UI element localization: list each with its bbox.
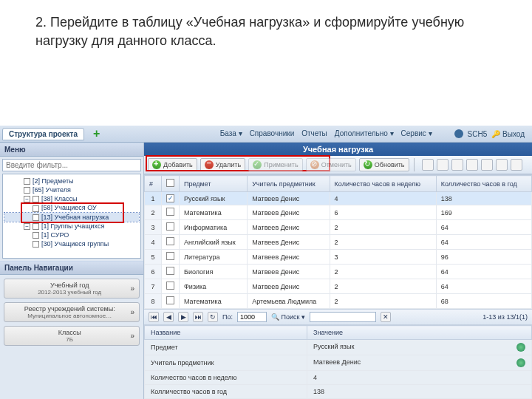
cell-subject[interactable]: Физика [180,279,248,294]
tool-icon-4[interactable] [466,159,478,171]
tree-node-suro[interactable]: [1] СУРО [4,231,139,239]
table-row[interactable]: 4Английский языкМатвеев Денис264 [145,235,532,250]
cell-hours-week[interactable]: 3 [330,250,436,265]
row-checkbox[interactable] [162,220,180,235]
cell-subject[interactable]: Биология [180,265,248,279]
cell-teacher[interactable]: Матвеев Денис [248,279,330,294]
detail-val[interactable]: 4 [307,371,532,385]
apply-button[interactable]: Применить [248,158,303,171]
tool-icon-1[interactable] [422,159,434,171]
cell-teacher[interactable]: Матвеев Денис [248,265,330,279]
tool-icon-5[interactable] [481,159,493,171]
refresh-button[interactable]: Обновить [359,158,409,171]
col-hours-year[interactable]: Колличество часов в год [436,176,531,192]
cell-hours-week[interactable]: 2 [330,294,436,309]
cell-hours-year[interactable]: 64 [436,265,531,279]
table-row[interactable]: 6БиологияМатвеев Денис264 [145,265,532,279]
table-row[interactable]: 5ЛитератураМатвеев Денис396 [145,250,532,265]
table-row[interactable]: 1Русский языкМатвеев Денис4138 [145,192,532,205]
tree-node-groups[interactable]: −[1] Группы учащихся [4,222,139,231]
tool-icon-3[interactable] [451,159,463,171]
nav-registry[interactable]: Реестр учреждений системы:Муниципальное … [4,302,140,322]
tree-filter-input[interactable] [2,159,141,171]
detail-val[interactable]: Русский язык [307,340,532,355]
cell-subject[interactable]: Английский язык [180,235,248,250]
pager-last[interactable]: ⏭ [193,312,203,322]
table-row[interactable]: 3ИнформатикаМатвеев Денис264 [145,220,532,235]
tree-node-subjects[interactable]: [2] Предметы [4,177,139,185]
menu-directories[interactable]: Справочники [250,129,295,138]
tree-node-classes[interactable]: −[38] Классы [4,194,139,203]
cell-hours-week[interactable]: 2 [330,279,436,294]
cell-teacher[interactable]: Матвеев Денис [248,235,330,250]
detail-val[interactable]: Матвеев Денис [307,355,532,371]
pager-first[interactable]: ⏮ [149,312,159,322]
cell-teacher[interactable]: Артемьева Людмила [248,294,330,309]
row-checkbox[interactable] [162,235,180,250]
menu-base[interactable]: База ▾ [220,129,242,138]
cancel-button[interactable]: Отменить [306,158,356,171]
pager-search[interactable]: 🔍 Поиск ▾ [271,313,305,321]
cell-hours-week[interactable]: 2 [330,235,436,250]
cell-hours-year[interactable]: 68 [436,294,531,309]
cell-teacher[interactable]: Матвеев Денис [248,250,330,265]
cell-subject[interactable]: Информатика [180,220,248,235]
project-tree[interactable]: [2] Предметы [65] Учителя −[38] Классы [… [2,174,141,259]
pager-prev[interactable]: ◀ [163,312,174,322]
cell-hours-year[interactable]: 138 [436,192,531,205]
detail-col-name[interactable]: Название [145,326,307,340]
delete-button[interactable]: Удалить [200,158,245,171]
tree-node-workload[interactable]: [13] Учебная нагрузка [4,213,139,222]
detail-col-value[interactable]: Значение [307,326,532,340]
nav-school-year[interactable]: Учебный год2012-2013 учебный год» [4,279,140,299]
cell-hours-week[interactable]: 2 [330,220,436,235]
col-checkbox[interactable] [162,176,180,192]
pager-clear[interactable]: ✕ [381,312,391,322]
col-subject[interactable]: Предмет [180,176,248,192]
table-row[interactable]: 8МатематикаАртемьева Людмила268 [145,294,532,309]
cell-teacher[interactable]: Матвеев Денис [248,192,330,205]
workload-grid[interactable]: # Предмет Учитель предметник Количество … [144,174,532,309]
cell-hours-week[interactable]: 2 [330,265,436,279]
globe-icon[interactable] [516,343,525,352]
add-tab-button[interactable]: + [89,127,104,140]
row-checkbox[interactable] [162,279,180,294]
row-checkbox[interactable] [162,250,180,265]
cell-teacher[interactable]: Матвеев Денис [248,205,330,220]
nav-class[interactable]: Классы7Б» [4,326,140,346]
pager-size-input[interactable] [237,312,267,322]
cell-hours-year[interactable]: 64 [436,220,531,235]
add-button[interactable]: Добавить [148,158,197,171]
tool-icon-7[interactable] [511,159,522,171]
row-checkbox[interactable] [162,192,180,205]
row-checkbox[interactable] [162,294,180,309]
cell-hours-year[interactable]: 64 [436,279,531,294]
table-row[interactable]: 2МатематикаМатвеев Денис6169 [145,205,532,220]
col-rownum[interactable]: # [145,176,162,192]
project-structure-tab[interactable]: Структура проекта [2,128,84,140]
cell-subject[interactable]: Математика [180,294,248,309]
detail-val[interactable]: 138 [307,385,532,399]
menu-reports[interactable]: Отчеты [301,129,327,138]
pager-next[interactable]: ▶ [178,312,188,322]
logout-link[interactable]: 🔑 Выход [491,130,525,138]
tool-icon-2[interactable] [437,159,449,171]
globe-icon[interactable] [516,358,525,367]
cell-hours-year[interactable]: 169 [436,205,531,220]
tree-node-teachers[interactable]: [65] Учителя [4,185,139,194]
row-checkbox[interactable] [162,265,180,279]
row-checkbox[interactable] [162,205,180,220]
cell-hours-year[interactable]: 96 [436,250,531,265]
tool-icon-6[interactable] [496,159,508,171]
cell-subject[interactable]: Математика [180,205,248,220]
cell-hours-week[interactable]: 6 [330,205,436,220]
col-hours-week[interactable]: Количество часов в неделю [330,176,436,192]
menu-service[interactable]: Сервис ▾ [401,129,432,138]
tree-node-group-students[interactable]: [30] Учащиеся группы [4,239,139,248]
cell-hours-year[interactable]: 64 [436,235,531,250]
cell-teacher[interactable]: Матвеев Денис [248,220,330,235]
col-teacher[interactable]: Учитель предметник [248,176,330,192]
pager-refresh[interactable]: ↻ [208,312,218,322]
cell-subject[interactable]: Русский язык [180,192,248,205]
cell-subject[interactable]: Литература [180,250,248,265]
